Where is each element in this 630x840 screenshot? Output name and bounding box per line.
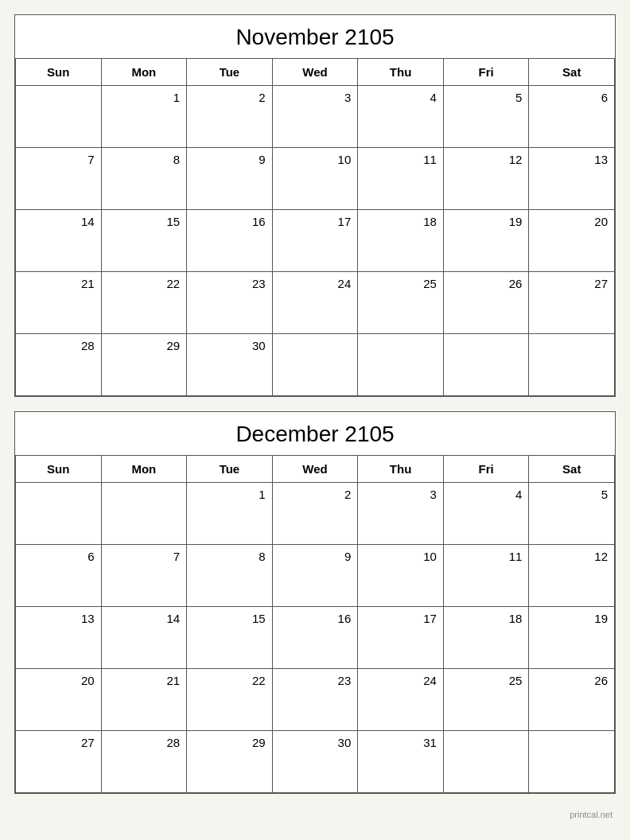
november-title: November 2105	[15, 15, 615, 59]
dec-day-29: 29	[187, 731, 273, 793]
dec-day-15: 15	[187, 607, 273, 669]
dec-day-24: 24	[358, 669, 444, 731]
nov-day-26: 26	[444, 272, 530, 334]
header-fri: Fri	[444, 59, 530, 86]
dec-empty-end-1	[444, 731, 530, 793]
nov-day-25: 25	[358, 272, 444, 334]
december-grid: Sun Mon Tue Wed Thu Fri Sat 1 2 3 4 5 6 …	[15, 456, 615, 793]
watermark: printcal.net	[14, 808, 616, 821]
dec-day-6: 6	[16, 545, 102, 607]
dec-day-3: 3	[358, 483, 444, 545]
dec-header-tue: Tue	[187, 456, 273, 483]
nov-day-24: 24	[273, 272, 359, 334]
header-sun: Sun	[16, 59, 102, 86]
dec-day-11: 11	[444, 545, 530, 607]
nov-day-27: 27	[529, 272, 615, 334]
nov-day-20: 20	[529, 210, 615, 272]
november-calendar: November 2105 Sun Mon Tue Wed Thu Fri Sa…	[14, 14, 616, 397]
dec-empty-1	[16, 483, 102, 545]
dec-day-31: 31	[358, 731, 444, 793]
nov-day-16: 16	[187, 210, 273, 272]
dec-day-5: 5	[529, 483, 615, 545]
dec-day-17: 17	[358, 607, 444, 669]
dec-day-10: 10	[358, 545, 444, 607]
dec-header-sat: Sat	[529, 456, 615, 483]
page-container: November 2105 Sun Mon Tue Wed Thu Fri Sa…	[14, 14, 616, 821]
dec-day-30: 30	[273, 731, 359, 793]
dec-header-mon: Mon	[102, 456, 188, 483]
dec-day-19: 19	[529, 607, 615, 669]
nov-day-13: 13	[529, 148, 615, 210]
nov-empty-end-4	[529, 334, 615, 396]
nov-day-18: 18	[358, 210, 444, 272]
nov-day-29: 29	[102, 334, 188, 396]
dec-day-27: 27	[16, 731, 102, 793]
dec-day-14: 14	[102, 607, 188, 669]
nov-day-9: 9	[187, 148, 273, 210]
dec-day-22: 22	[187, 669, 273, 731]
nov-day-12: 12	[444, 148, 530, 210]
dec-header-wed: Wed	[273, 456, 359, 483]
dec-day-9: 9	[273, 545, 359, 607]
november-grid: Sun Mon Tue Wed Thu Fri Sat 1 2 3 4 5 6 …	[15, 59, 615, 396]
nov-day-3: 3	[273, 86, 359, 148]
december-calendar: December 2105 Sun Mon Tue Wed Thu Fri Sa…	[14, 411, 616, 794]
dec-day-7: 7	[102, 545, 188, 607]
nov-day-30: 30	[187, 334, 273, 396]
nov-day-14: 14	[16, 210, 102, 272]
dec-empty-2	[102, 483, 188, 545]
nov-day-2: 2	[187, 86, 273, 148]
december-title: December 2105	[15, 412, 615, 456]
dec-day-21: 21	[102, 669, 188, 731]
dec-day-16: 16	[273, 607, 359, 669]
nov-day-21: 21	[16, 272, 102, 334]
nov-cell-empty-1	[16, 86, 102, 148]
dec-day-23: 23	[273, 669, 359, 731]
dec-day-2: 2	[273, 483, 359, 545]
dec-header-fri: Fri	[444, 456, 530, 483]
dec-header-thu: Thu	[358, 456, 444, 483]
dec-day-12: 12	[529, 545, 615, 607]
nov-day-1: 1	[102, 86, 188, 148]
nov-day-22: 22	[102, 272, 188, 334]
dec-day-28: 28	[102, 731, 188, 793]
nov-empty-end-1	[273, 334, 359, 396]
nov-day-11: 11	[358, 148, 444, 210]
nov-day-4: 4	[358, 86, 444, 148]
header-mon: Mon	[102, 59, 188, 86]
dec-day-8: 8	[187, 545, 273, 607]
dec-header-sun: Sun	[16, 456, 102, 483]
header-tue: Tue	[187, 59, 273, 86]
nov-day-7: 7	[16, 148, 102, 210]
nov-day-6: 6	[529, 86, 615, 148]
nov-day-10: 10	[273, 148, 359, 210]
dec-empty-end-2	[529, 731, 615, 793]
dec-day-25: 25	[444, 669, 530, 731]
nov-day-8: 8	[102, 148, 188, 210]
dec-day-20: 20	[16, 669, 102, 731]
dec-day-13: 13	[16, 607, 102, 669]
dec-day-4: 4	[444, 483, 530, 545]
nov-day-17: 17	[273, 210, 359, 272]
dec-day-26: 26	[529, 669, 615, 731]
nov-day-19: 19	[444, 210, 530, 272]
nov-day-15: 15	[102, 210, 188, 272]
nov-empty-end-3	[444, 334, 530, 396]
dec-day-18: 18	[444, 607, 530, 669]
header-wed: Wed	[273, 59, 359, 86]
header-sat: Sat	[529, 59, 615, 86]
nov-day-23: 23	[187, 272, 273, 334]
nov-empty-end-2	[358, 334, 444, 396]
nov-day-28: 28	[16, 334, 102, 396]
dec-day-1: 1	[187, 483, 273, 545]
nov-day-5: 5	[444, 86, 530, 148]
header-thu: Thu	[358, 59, 444, 86]
